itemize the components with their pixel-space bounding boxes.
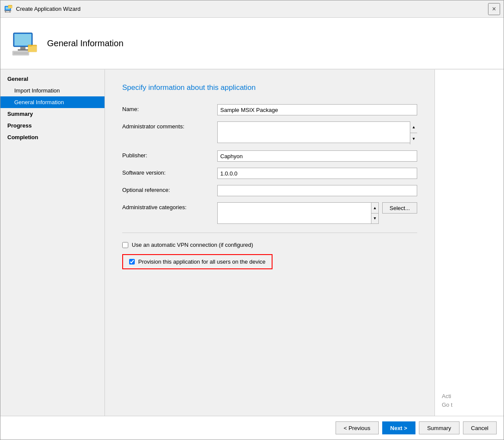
software-version-control (217, 168, 417, 179)
publisher-label: Publisher: (122, 150, 217, 159)
cancel-button[interactable]: Cancel (463, 421, 497, 434)
name-control (217, 104, 417, 115)
admin-cat-scrollbar: ▲ ▼ (371, 203, 378, 223)
sidebar-item-general-information[interactable]: General Information (0, 96, 105, 108)
admin-categories-control: ▲ ▼ Select... (217, 202, 417, 224)
sidebar-item-summary[interactable]: Summary (0, 108, 105, 120)
optional-reference-input[interactable] (217, 185, 417, 196)
software-version-label: Software version: (122, 168, 217, 176)
scroll-down-btn[interactable]: ▼ (410, 133, 417, 144)
summary-button[interactable]: Summary (419, 421, 460, 434)
sidebar: General Import Information General Infor… (0, 70, 105, 416)
close-button[interactable]: × (488, 3, 500, 15)
admin-categories-box: ▲ ▼ (217, 202, 379, 224)
titlebar-left: Create Application Wizard (4, 5, 81, 13)
wizard-icon (4, 5, 13, 13)
form-divider (122, 233, 417, 233)
side-panel-line1: Acti (442, 393, 451, 399)
content-area: Specify information about this applicati… (105, 70, 434, 416)
scroll-up-btn[interactable]: ▲ (410, 121, 417, 133)
admin-cat-scroll-up[interactable]: ▲ (371, 203, 378, 214)
admin-categories-textarea[interactable] (218, 203, 371, 223)
svg-rect-7 (8, 6, 12, 8)
publisher-row: Publisher: (122, 150, 417, 162)
sidebar-item-completion[interactable]: Completion (0, 131, 105, 143)
admin-comments-row: Administrator comments: ▲ ▼ (122, 121, 417, 144)
main-content: General Import Information General Infor… (0, 70, 504, 416)
wizard-window: Create Application Wizard × General Info… (0, 0, 504, 440)
select-button[interactable]: Select... (382, 202, 417, 214)
section-title: Specify information about this applicati… (122, 83, 417, 92)
name-row: Name: (122, 104, 417, 115)
provision-label[interactable]: Provision this application for all users… (138, 258, 266, 265)
name-input[interactable] (217, 104, 417, 115)
sidebar-item-import-information[interactable]: Import Information (0, 85, 105, 96)
admin-categories-row: Administrative categories: ▲ ▼ Select... (122, 202, 417, 224)
svg-rect-14 (13, 52, 28, 54)
admin-categories-label: Administrative categories: (122, 202, 217, 210)
next-button[interactable]: Next > (382, 421, 415, 434)
sidebar-item-progress[interactable]: Progress (0, 120, 105, 131)
optional-reference-row: Optional reference: (122, 185, 417, 196)
publisher-input[interactable] (217, 150, 417, 162)
software-version-row: Software version: (122, 168, 417, 179)
footer: < Previous Next > Summary Cancel (0, 416, 504, 440)
provision-highlight-box: Provision this application for all users… (122, 254, 273, 269)
optional-reference-control (217, 185, 417, 196)
publisher-control (217, 150, 417, 162)
header-icon (11, 29, 38, 57)
svg-rect-11 (20, 47, 25, 49)
optional-reference-label: Optional reference: (122, 185, 217, 193)
provision-checkbox[interactable] (129, 259, 135, 265)
svg-rect-12 (18, 49, 28, 51)
svg-rect-2 (4, 10, 11, 11)
header-title: General Information (47, 38, 124, 48)
svg-rect-3 (5, 11, 6, 12)
admin-comments-control: ▲ ▼ (217, 121, 417, 144)
vpn-label[interactable]: Use an automatic VPN connection (if conf… (132, 242, 253, 248)
side-panel-text: Acti Go t (442, 392, 497, 409)
svg-rect-4 (10, 11, 10, 12)
side-panel: Acti Go t (434, 70, 504, 416)
admin-comments-label: Administrator comments: (122, 121, 217, 130)
titlebar: Create Application Wizard × (0, 0, 504, 18)
admin-comments-input[interactable] (217, 121, 417, 143)
svg-rect-10 (15, 34, 31, 45)
vpn-checkbox-row: Use an automatic VPN connection (if conf… (122, 242, 417, 248)
svg-rect-17 (28, 45, 32, 46)
vpn-checkbox[interactable] (122, 242, 128, 248)
side-panel-line2: Go t (442, 402, 453, 408)
admin-comments-scrollbar: ▲ ▼ (410, 121, 417, 144)
admin-cat-scroll-down[interactable]: ▼ (371, 214, 378, 224)
name-label: Name: (122, 104, 217, 112)
software-version-input[interactable] (217, 168, 417, 179)
footer-right: < Previous Next > Summary Cancel (336, 421, 497, 434)
svg-rect-16 (28, 46, 37, 52)
header-area: General Information (0, 18, 504, 70)
admin-categories-wrap: ▲ ▼ Select... (217, 202, 417, 224)
previous-button[interactable]: < Previous (336, 421, 379, 434)
sidebar-item-general[interactable]: General (0, 73, 105, 85)
svg-rect-5 (5, 12, 11, 13)
window-title: Create Application Wizard (16, 6, 81, 12)
